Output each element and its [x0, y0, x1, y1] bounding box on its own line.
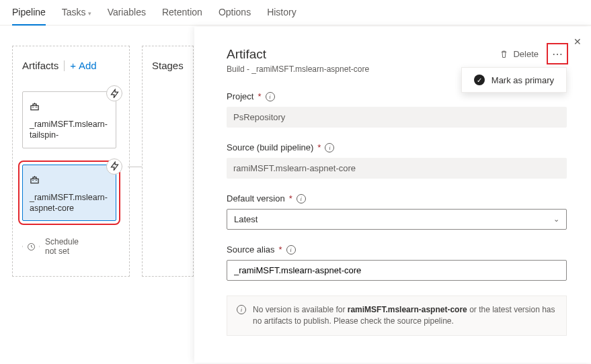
info-icon[interactable]: i [286, 245, 296, 255]
check-circle-icon: ✓ [474, 75, 485, 85]
artifact-panel: ✕ Delete ⋯ ✓ Mark as primary Artifact Bu… [194, 27, 591, 363]
field-source: Source (build pipeline) * i ramiMSFT.msl… [227, 142, 567, 179]
build-icon [30, 101, 40, 111]
tab-bar: Pipeline Tasks▾ Variables Retention Opti… [0, 0, 591, 26]
required-asterisk: * [289, 193, 292, 203]
required-asterisk: * [258, 91, 261, 101]
trigger-badge[interactable] [106, 85, 122, 101]
tab-options[interactable]: Options [219, 7, 251, 25]
tab-pipeline[interactable]: Pipeline [12, 7, 46, 26]
project-value: PsRepository [227, 107, 567, 128]
schedule-block[interactable]: Schedule not set [22, 237, 120, 256]
warn-bold: ramiMSFT.mslearn-aspnet-core [348, 305, 467, 314]
trash-icon [499, 49, 509, 59]
label-text: Default version [227, 193, 285, 203]
more-button[interactable]: ⋯ [548, 44, 567, 63]
artifacts-column: Artifacts + Add _ramiMSFT.mslearn-tailsp… [12, 46, 130, 277]
schedule-text: Schedule not set [45, 237, 79, 256]
field-alias: Source alias * i [227, 244, 567, 281]
info-icon: i [237, 305, 246, 314]
alias-label: Source alias * i [227, 244, 567, 255]
lightning-icon [110, 89, 120, 99]
version-value: Latest [234, 214, 258, 224]
artifact-title: _ramiMSFT.mslearn-tailspin- [30, 119, 109, 141]
delete-label: Delete [513, 49, 539, 59]
chevron-down-icon: ⌄ [553, 215, 559, 224]
delete-button[interactable]: Delete [499, 49, 539, 59]
schedule-line2: not set [45, 246, 79, 256]
artifact-card-tailspin[interactable]: _ramiMSFT.mslearn-tailspin- [22, 91, 116, 148]
label-text: Source (build pipeline) [227, 142, 313, 152]
source-value: ramiMSFT.mslearn-aspnet-core [227, 158, 567, 179]
stages-header: Stages [152, 60, 184, 71]
artifacts-title: Artifacts [22, 60, 58, 71]
add-label: Add [79, 60, 97, 71]
warning-box: i No version is available for ramiMSFT.m… [227, 295, 567, 336]
stages-column: Stages [142, 46, 194, 277]
lightning-icon [110, 161, 120, 171]
label-text: Project [227, 91, 253, 101]
trigger-badge[interactable] [106, 158, 122, 175]
context-menu[interactable]: ✓ Mark as primary [461, 67, 567, 93]
build-icon [30, 175, 40, 185]
label-text: Source alias [227, 244, 275, 255]
info-icon[interactable]: i [325, 143, 334, 152]
required-asterisk: * [279, 244, 282, 255]
tab-history[interactable]: History [267, 7, 297, 25]
source-label: Source (build pipeline) * i [227, 142, 567, 152]
field-project: Project * i PsRepository [227, 91, 567, 128]
version-label: Default version * i [227, 193, 567, 203]
tab-variables[interactable]: Variables [108, 7, 146, 25]
tab-tasks[interactable]: Tasks▾ [62, 7, 91, 25]
tab-tasks-label: Tasks [62, 7, 86, 17]
warn-prefix: No version is available for [253, 305, 348, 314]
artifact-title: _ramiMSFT.mslearn-aspnet-core [30, 192, 109, 214]
warning-text: No version is available for ramiMSFT.msl… [253, 304, 557, 327]
stages-title: Stages [152, 60, 184, 71]
close-button[interactable]: ✕ [574, 36, 582, 47]
info-icon[interactable]: i [297, 194, 306, 203]
field-version: Default version * i Latest ⌄ [227, 193, 567, 230]
schedule-line1: Schedule [45, 237, 79, 246]
required-asterisk: * [317, 142, 321, 152]
project-label: Project * i [227, 91, 567, 101]
plus-icon: + [70, 60, 76, 71]
alias-input[interactable] [227, 260, 567, 281]
version-select[interactable]: Latest ⌄ [227, 209, 567, 230]
clock-icon [22, 238, 40, 255]
artifact-card-aspnet[interactable]: _ramiMSFT.mslearn-aspnet-core [22, 165, 116, 222]
panel-actions: Delete ⋯ [499, 44, 567, 63]
tab-retention[interactable]: Retention [162, 7, 202, 25]
chevron-down-icon: ▾ [88, 10, 91, 17]
artifacts-header: Artifacts + Add [22, 60, 120, 71]
menu-item-primary: Mark as primary [491, 75, 554, 85]
add-artifact-button[interactable]: + Add [70, 60, 96, 71]
info-icon[interactable]: i [266, 92, 275, 101]
divider [64, 60, 65, 71]
